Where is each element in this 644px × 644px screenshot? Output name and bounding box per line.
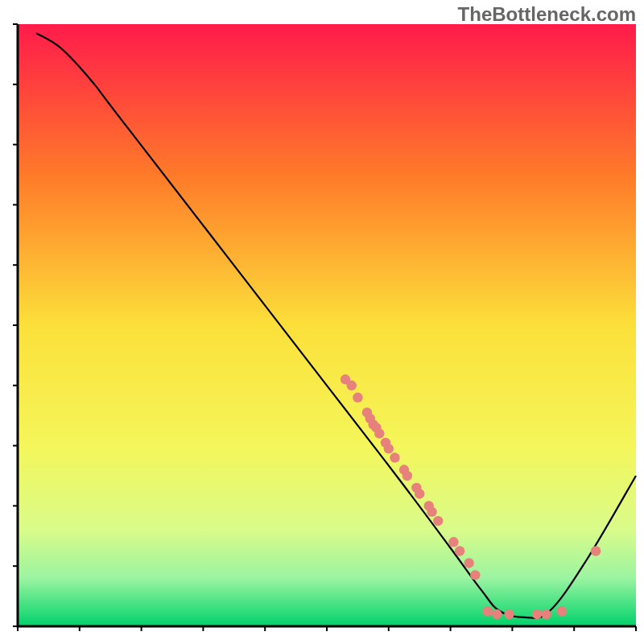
data-point [492,609,502,619]
data-point [541,609,551,619]
bottleneck-chart [0,0,644,644]
data-point [470,570,480,580]
data-point [448,537,458,547]
data-point [591,546,601,555]
chart-container: TheBottleneck.com [0,0,644,644]
data-point [455,546,464,555]
data-point [427,507,436,517]
data-point [464,558,473,568]
watermark-text: TheBottleneck.com [458,3,636,26]
data-point [384,444,394,453]
data-point [557,606,567,616]
data-point [433,516,443,526]
data-point [482,606,492,616]
data-point [402,471,412,481]
data-point [504,609,514,619]
data-point [347,381,357,390]
data-point [532,609,542,619]
data-point [353,393,362,402]
data-point [415,489,424,498]
data-point [390,452,399,462]
data-point [374,428,384,438]
plot-background [18,24,636,626]
